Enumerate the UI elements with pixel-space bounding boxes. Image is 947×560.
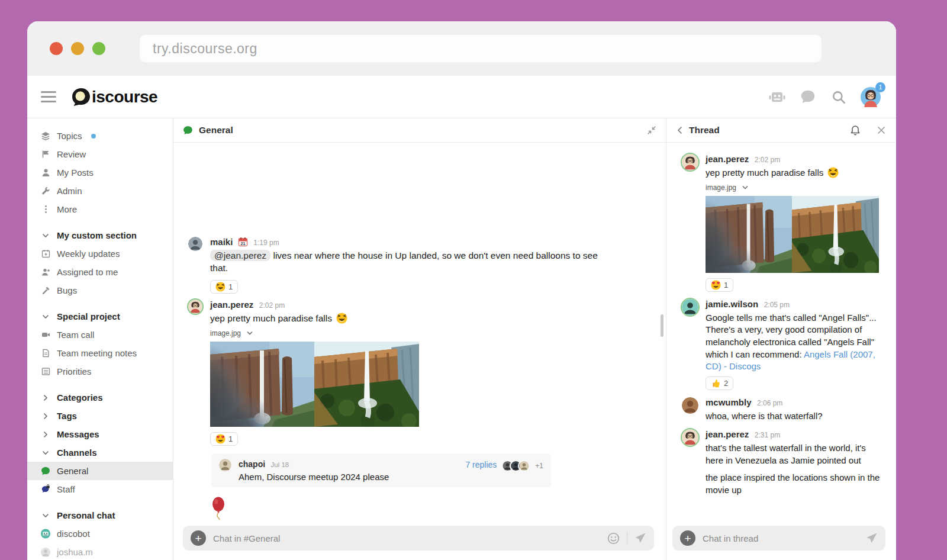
channel-bubble-icon (183, 125, 193, 136)
chevron-right-icon (41, 393, 50, 403)
chat-icon[interactable] (799, 88, 817, 106)
browser-window: try.discourse.org iscourse (27, 21, 896, 560)
message-username[interactable]: jamie.wilson (706, 299, 758, 309)
thread-preview-card[interactable]: chapoi Jul 18 Ahem, Discourse meetup 202… (211, 453, 551, 487)
bell-icon[interactable] (850, 125, 861, 136)
sidebar-item-team-call[interactable]: Team call (27, 326, 173, 344)
address-bar[interactable]: try.discourse.org (140, 35, 822, 62)
avatar[interactable] (682, 154, 698, 170)
zoom-window-button[interactable] (92, 42, 105, 55)
hammer-icon (41, 286, 50, 295)
sidebar-item-topics[interactable]: Topics (27, 127, 173, 145)
chat-scrollbar[interactable] (661, 314, 663, 337)
message-username[interactable]: jean.perez (210, 300, 253, 310)
discourse-logo-mark (71, 88, 91, 107)
attachment-toggle[interactable]: image.jpg (706, 184, 884, 192)
attach-button[interactable]: + (680, 530, 695, 546)
section-title: Special project (57, 311, 120, 321)
sidebar-item-priorities[interactable]: Priorities (27, 362, 173, 381)
reaction-count: 2 (724, 379, 728, 388)
waterfall-image-angel-falls[interactable] (792, 196, 879, 273)
sidebar-section-messages[interactable]: Messages (27, 425, 173, 443)
message-username[interactable]: jean.perez (706, 154, 749, 164)
close-icon[interactable] (877, 126, 885, 134)
avatar[interactable] (188, 300, 202, 314)
section-title: Channels (57, 448, 97, 458)
thread-replies-link[interactable]: 7 replies (465, 460, 497, 469)
attachment-filename: image.jpg (706, 184, 736, 192)
chat-message: maiki 1:19 pm @jean.perez lives near whe… (173, 231, 666, 294)
thread-origin-username[interactable]: chapoi (239, 459, 265, 469)
message-username[interactable]: jean.perez (706, 429, 749, 439)
sidebar-item-more[interactable]: More (27, 200, 173, 218)
sidebar-section-channels[interactable]: Channels (27, 443, 173, 462)
discourse-wordmark: iscourse (92, 88, 157, 107)
chat-input[interactable] (213, 533, 600, 543)
chevron-down-icon (41, 511, 50, 520)
notification-badge: 1 (875, 82, 885, 92)
reaction-thumbs-up[interactable]: 2 (706, 376, 733, 390)
sidebar-item-label: Team call (57, 330, 94, 340)
chat-message: jean.perez 2:02 pm yep pretty much parad… (173, 294, 666, 446)
user-avatar[interactable]: 1 (861, 87, 881, 107)
sidebar-item-joshua[interactable]: joshua.m (27, 543, 173, 560)
sidebar-item-my-posts[interactable]: My Posts (27, 163, 173, 182)
hamburger-menu-button[interactable] (37, 85, 60, 109)
thread-input[interactable] (703, 533, 859, 543)
reaction-heart-eyes[interactable]: 1 (210, 432, 238, 446)
message-username[interactable]: mcwumbly (706, 397, 752, 407)
attachment-toggle[interactable]: image.jpg (210, 329, 419, 337)
reaction-heart-eyes[interactable]: 1 (706, 278, 733, 292)
attachment-images[interactable] (706, 196, 884, 273)
emoji-picker-icon[interactable] (607, 532, 620, 545)
send-icon[interactable] (634, 532, 646, 544)
sidebar-section-categories[interactable]: Categories (27, 388, 173, 407)
section-title: Categories (57, 392, 103, 403)
sidebar-item-review[interactable]: Review (27, 145, 173, 163)
sidebar-item-admin[interactable]: Admin (27, 182, 173, 200)
kebab-icon (41, 205, 50, 214)
chat-panel: General maiki 1:19 pm (173, 118, 666, 560)
user-mention[interactable]: @jean.perez (210, 250, 270, 261)
minimize-window-button[interactable] (71, 42, 84, 55)
sidebar-item-assigned-to-me[interactable]: Assigned to me (27, 263, 173, 281)
collapse-icon[interactable] (647, 125, 656, 135)
avatar[interactable] (682, 299, 698, 316)
sidebar-item-label: Admin (57, 186, 82, 196)
avatar[interactable] (188, 237, 202, 251)
message-username[interactable]: maiki (210, 237, 233, 247)
reaction-laughing[interactable]: 1 (210, 280, 238, 294)
avatar[interactable] (682, 397, 698, 414)
section-title: Messages (57, 429, 99, 439)
thread-title: Thread (689, 125, 720, 136)
discourse-logo[interactable]: iscourse (71, 88, 157, 107)
sidebar-item-discobot[interactable]: discobot (27, 524, 173, 543)
sidebar-item-bugs[interactable]: Bugs (27, 281, 173, 300)
chat-composer: + (183, 526, 654, 551)
search-icon[interactable] (830, 88, 848, 106)
section-title: Personal chat (57, 510, 115, 520)
sidebar-item-channel-staff[interactable]: Staff (27, 480, 173, 498)
attach-button[interactable]: + (191, 530, 206, 546)
user-icon (41, 168, 50, 178)
sidebar-section-special-project[interactable]: Special project (27, 307, 173, 326)
avatar[interactable] (682, 429, 698, 446)
waterfall-image-up-movie[interactable] (210, 342, 314, 427)
waterfall-image-up-movie[interactable] (706, 196, 792, 273)
laughing-emoji (336, 313, 347, 324)
sidebar-section-personal-chat[interactable]: Personal chat (27, 506, 173, 524)
bot-icon[interactable] (768, 88, 786, 106)
close-window-button[interactable] (50, 42, 63, 55)
sidebar-item-label: General (57, 466, 88, 476)
sidebar-item-team-meeting-notes[interactable]: Team meeting notes (27, 344, 173, 362)
sidebar-item-channel-general[interactable]: General (27, 462, 173, 480)
waterfall-image-angel-falls[interactable] (314, 342, 419, 427)
attachment-images[interactable] (210, 342, 419, 427)
message-timestamp: 2:05 pm (764, 301, 790, 309)
sidebar-section-my-custom-section[interactable]: My custom section (27, 226, 173, 244)
sidebar-item-weekly-updates[interactable]: Weekly updates (27, 244, 173, 263)
chevron-down-icon (41, 448, 50, 458)
back-chevron-icon[interactable] (676, 126, 683, 134)
send-icon[interactable] (866, 532, 878, 544)
sidebar-section-tags[interactable]: Tags (27, 407, 173, 425)
